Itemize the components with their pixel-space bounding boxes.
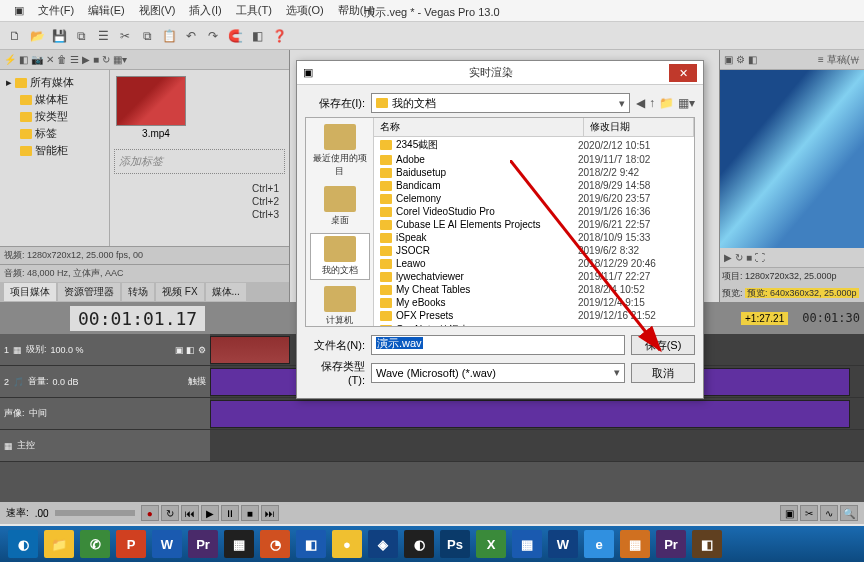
stop-icon[interactable]: ■	[93, 54, 99, 65]
col-name[interactable]: 名称	[374, 118, 584, 136]
file-row[interactable]: Celemony2019/6/20 23:57	[374, 192, 694, 205]
taskbar-app-icon[interactable]: Ps	[440, 530, 470, 558]
file-row[interactable]: Leawo2018/12/29 20:46	[374, 257, 694, 270]
up-icon[interactable]: ↑	[649, 96, 655, 110]
place-item[interactable]: 我的文档	[310, 233, 370, 280]
file-row[interactable]: Bandicam2018/9/29 14:58	[374, 179, 694, 192]
save-button[interactable]: 保存(S)	[631, 335, 695, 355]
file-row[interactable]: My eBooks2019/12/4 9:15	[374, 296, 694, 309]
view-icon[interactable]: ▦▾	[113, 54, 127, 65]
new-icon[interactable]: 🗋	[6, 27, 24, 45]
viewmode-icon[interactable]: ▦▾	[678, 96, 695, 110]
filetype-combo[interactable]: Wave (Microsoft) (*.wav)	[371, 363, 625, 383]
bin-icon[interactable]: 🗑	[57, 54, 67, 65]
menu-item[interactable]: 文件(F)	[32, 1, 80, 20]
file-row[interactable]: OFX Presets2019/12/16 21:52	[374, 309, 694, 322]
open-icon[interactable]: 📂	[28, 27, 46, 45]
lightning-icon[interactable]: ⚡	[4, 54, 16, 65]
panel-tab[interactable]: 视频 FX	[156, 283, 204, 301]
preview-split-icon[interactable]: ◧	[748, 54, 757, 65]
save-icon[interactable]: 💾	[50, 27, 68, 45]
tree-item[interactable]: 智能柜	[18, 142, 105, 159]
effects-icon[interactable]: ◧	[248, 27, 266, 45]
file-row[interactable]: iSpeak2018/10/9 15:33	[374, 231, 694, 244]
render-icon[interactable]: ⧉	[72, 27, 90, 45]
taskbar-app-icon[interactable]: P	[116, 530, 146, 558]
file-row[interactable]: JSOCR2019/6/2 8:32	[374, 244, 694, 257]
tool-zoom-icon[interactable]: 🔍	[840, 505, 858, 521]
filename-input[interactable]: 演示.wav	[371, 335, 625, 355]
paste-icon[interactable]: 📋	[160, 27, 178, 45]
savein-combo[interactable]: 我的文档	[371, 93, 630, 113]
panel-tab[interactable]: 媒体...	[206, 283, 246, 301]
panel-tab[interactable]: 资源管理器	[58, 283, 120, 301]
menu-item[interactable]: 编辑(E)	[82, 1, 131, 20]
rate-slider[interactable]	[55, 510, 135, 516]
refresh-icon[interactable]: ↻	[102, 54, 110, 65]
taskbar-app-icon[interactable]: ◈	[368, 530, 398, 558]
master-track-header[interactable]: ▦ 主控	[0, 430, 210, 461]
file-row[interactable]: 2345截图2020/2/12 10:51	[374, 137, 694, 153]
taskbar-app-icon[interactable]: ▦	[224, 530, 254, 558]
tags-input[interactable]: 添加标签	[114, 149, 285, 174]
file-row[interactable]: Corel VideoStudio Pro2019/1/26 16:36	[374, 205, 694, 218]
file-row[interactable]: OneNote 笔记本2019/8/24 20:40	[374, 322, 694, 326]
preview-cog-icon[interactable]: ⚙	[736, 54, 745, 65]
cam-icon[interactable]: 📷	[31, 54, 43, 65]
close-button[interactable]: ✕	[669, 64, 697, 82]
copy-icon[interactable]: ⧉	[138, 27, 156, 45]
loop-icon[interactable]: ↻	[161, 505, 179, 521]
taskbar-app-icon[interactable]: Pr	[188, 530, 218, 558]
newfolder-icon[interactable]: 📁	[659, 96, 674, 110]
place-item[interactable]: 最近使用的项目	[310, 122, 370, 180]
menu-item[interactable]: 工具(T)	[230, 1, 278, 20]
taskbar-app-icon[interactable]: Pr	[656, 530, 686, 558]
taskbar-app-icon[interactable]: ◐	[404, 530, 434, 558]
file-row[interactable]: My Cheat Tables2018/2/4 10:52	[374, 283, 694, 296]
taskbar-app-icon[interactable]: ✆	[80, 530, 110, 558]
tree-item[interactable]: 按类型	[18, 108, 105, 125]
tool-env-icon[interactable]: ∿	[820, 505, 838, 521]
taskbar-app-icon[interactable]: X	[476, 530, 506, 558]
cancel-button[interactable]: 取消	[631, 363, 695, 383]
taskbar-app-icon[interactable]: ▦	[512, 530, 542, 558]
prev-fs-icon[interactable]: ⛶	[755, 252, 765, 263]
file-row[interactable]: Cubase LE AI Elements Projects2019/6/21 …	[374, 218, 694, 231]
file-row[interactable]: lywechatviewer2019/11/7 22:27	[374, 270, 694, 283]
preview-quality[interactable]: ≡ 草稿(₩	[818, 53, 860, 67]
rec-icon[interactable]: ●	[141, 505, 159, 521]
tree-item[interactable]: 媒体柜	[18, 91, 105, 108]
media-thumbnail[interactable]: 3.mp4	[116, 76, 196, 139]
col-date[interactable]: 修改日期	[584, 118, 694, 136]
menu-item[interactable]: 选项(O)	[280, 1, 330, 20]
end-icon[interactable]: ⏭	[261, 505, 279, 521]
undo-icon[interactable]: ↶	[182, 27, 200, 45]
taskbar-app-icon[interactable]: e	[584, 530, 614, 558]
taskbar-app-icon[interactable]: 📁	[44, 530, 74, 558]
place-item[interactable]: 计算机	[310, 284, 370, 329]
audio-track-header[interactable]: 2 🎵 音量: 0.0 dB 触摸	[0, 366, 210, 397]
play-start-icon[interactable]: ⏮	[181, 505, 199, 521]
del-icon[interactable]: ✕	[46, 54, 54, 65]
tool-cut-icon[interactable]: ✂	[800, 505, 818, 521]
audio-clip2[interactable]	[210, 400, 850, 428]
snap-icon[interactable]: 🧲	[226, 27, 244, 45]
file-row[interactable]: Adobe2019/11/7 18:02	[374, 153, 694, 166]
back-icon[interactable]: ◀	[636, 96, 645, 110]
taskbar-app-icon[interactable]: W	[548, 530, 578, 558]
menu-item[interactable]: 插入(I)	[183, 1, 227, 20]
prev-play-icon[interactable]: ▶	[724, 252, 732, 263]
props2-icon[interactable]: ☰	[70, 54, 79, 65]
taskbar-app-icon[interactable]: ◧	[296, 530, 326, 558]
file-row[interactable]: Baidusetup2018/2/2 9:42	[374, 166, 694, 179]
panel-tab[interactable]: 项目媒体	[4, 283, 56, 301]
taskbar-app-icon[interactable]: ●	[332, 530, 362, 558]
video-track-header[interactable]: 1 ▦ 级别: 100.0 % ▣ ◧ ⚙	[0, 334, 210, 365]
redo-icon[interactable]: ↷	[204, 27, 222, 45]
help-icon[interactable]: ❓	[270, 27, 288, 45]
cut-icon[interactable]: ✂	[116, 27, 134, 45]
props-icon[interactable]: ☰	[94, 27, 112, 45]
video-clip[interactable]	[210, 336, 290, 364]
taskbar-app-icon[interactable]: ◐	[8, 530, 38, 558]
tree-item[interactable]: 标签	[18, 125, 105, 142]
